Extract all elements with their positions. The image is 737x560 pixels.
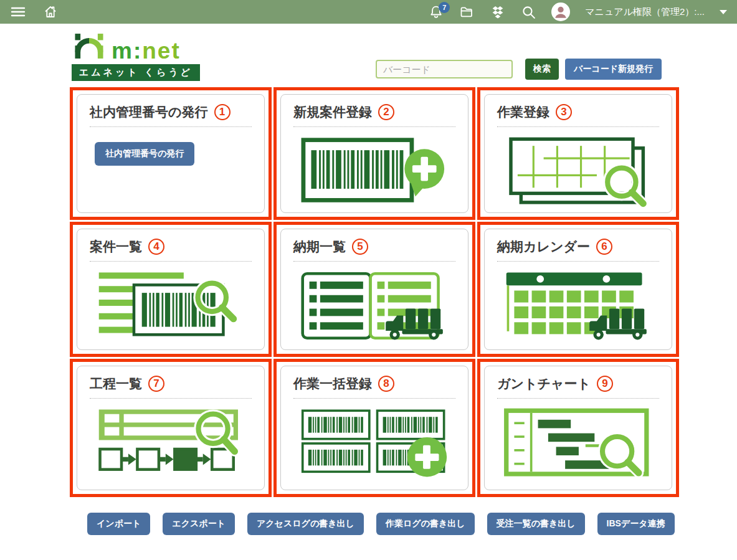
card-title: 作業一括登録	[293, 375, 372, 392]
card-process-list[interactable]: 工程一覧7	[77, 366, 265, 490]
barcodes-plus-icon	[293, 406, 455, 480]
ibs-data-link-button[interactable]: IBSデータ連携	[597, 513, 675, 535]
card-title: 納期カレンダー	[497, 238, 590, 255]
card-title: 新規案件登録	[293, 103, 372, 121]
cell-3: 作業登録3	[477, 87, 679, 220]
cell-1: 社内管理番号の発行1 社内管理番号の発行	[70, 87, 272, 220]
card-title: ガントチャート	[497, 375, 591, 392]
card-title: 作業登録	[497, 103, 549, 121]
notification-count-badge: 7	[439, 2, 450, 13]
internal-number-issue-button[interactable]: 社内管理番号の発行	[95, 142, 194, 166]
card-number-badge: 1	[214, 104, 231, 120]
topbar: 7 マニュアル権限（管理2）:...	[0, 0, 737, 24]
cell-5: 納期一覧5	[273, 222, 475, 357]
calendar-truck-icon	[497, 269, 659, 343]
card-title: 納期一覧	[293, 238, 346, 255]
chevron-down-icon[interactable]	[720, 10, 727, 14]
cell-4: 案件一覧4	[70, 222, 272, 357]
card-work-register[interactable]: 作業登録3	[484, 94, 672, 213]
work-log-export-button[interactable]: 作業ログの書き出し	[376, 513, 475, 535]
card-delivery-list[interactable]: 納期一覧5	[280, 229, 468, 350]
cell-7: 工程一覧7	[70, 359, 272, 497]
new-barcode-issue-button[interactable]: バーコード新規発行	[565, 59, 662, 80]
card-number-badge: 7	[148, 376, 164, 392]
header: m:net エムネット くらうど 検索 バーコード新規発行	[0, 24, 737, 87]
cell-9: ガントチャート9	[477, 359, 679, 497]
card-number-badge: 5	[352, 239, 368, 255]
import-button[interactable]: インポート	[87, 513, 150, 535]
cell-6: 納期カレンダー6	[477, 222, 679, 357]
card-project-list[interactable]: 案件一覧4	[77, 229, 265, 350]
card-new-project-register[interactable]: 新規案件登録2	[280, 94, 468, 213]
avatar[interactable]	[551, 2, 570, 21]
card-work-bulk-register[interactable]: 作業一括登録8	[280, 366, 468, 490]
logo-wordmark: m:net	[112, 40, 181, 61]
process-table-flowchart-icon	[90, 406, 252, 480]
cell-8: 作業一括登録8	[273, 359, 475, 497]
card-gantt-chart[interactable]: ガントチャート9	[484, 366, 672, 490]
card-delivery-calendar[interactable]: 納期カレンダー6	[484, 229, 672, 350]
menu-tile-grid: 社内管理番号の発行1 社内管理番号の発行 新規案件登録2	[70, 87, 667, 497]
card-number-badge: 2	[378, 104, 394, 120]
cell-2: 新規案件登録2	[273, 87, 475, 220]
folder-icon[interactable]	[459, 4, 475, 19]
list-barcode-search-icon	[90, 269, 252, 343]
card-title: 案件一覧	[90, 238, 142, 255]
export-button[interactable]: エクスポート	[163, 513, 235, 535]
card-number-badge: 3	[556, 104, 572, 120]
barcode-search-input[interactable]	[376, 60, 513, 78]
notifications-bell-icon[interactable]: 7	[429, 4, 444, 19]
logo-subtitle: エムネット くらうど	[72, 64, 200, 81]
card-number-badge: 8	[378, 376, 394, 392]
order-list-export-button[interactable]: 受注一覧の書き出し	[487, 513, 585, 535]
menu-icon[interactable]	[10, 5, 26, 19]
mnet-logo-mark	[73, 31, 105, 61]
home-icon[interactable]	[42, 4, 59, 19]
card-number-badge: 9	[597, 376, 613, 392]
dropbox-icon[interactable]	[490, 5, 506, 19]
delivery-list-truck-icon	[293, 269, 455, 343]
card-title: 工程一覧	[90, 375, 142, 392]
search-button[interactable]: 検索	[525, 59, 559, 80]
gantt-search-icon	[497, 406, 659, 480]
user-account-label[interactable]: マニュアル権限（管理2）:...	[585, 6, 705, 18]
card-internal-number-issue[interactable]: 社内管理番号の発行1 社内管理番号の発行	[77, 94, 265, 213]
barcode-plus-icon	[293, 135, 455, 207]
card-title: 社内管理番号の発行	[90, 103, 208, 121]
mnet-logo[interactable]: m:net エムネット くらうど	[72, 31, 200, 81]
card-number-badge: 6	[596, 239, 612, 255]
footer-actions: インポート エクスポート アクセスログの書き出し 作業ログの書き出し 受注一覧の…	[87, 513, 737, 535]
search-icon[interactable]	[521, 4, 536, 20]
card-number-badge: 4	[148, 239, 164, 255]
sheet-grid-search-icon	[497, 135, 659, 208]
access-log-export-button[interactable]: アクセスログの書き出し	[247, 513, 364, 535]
